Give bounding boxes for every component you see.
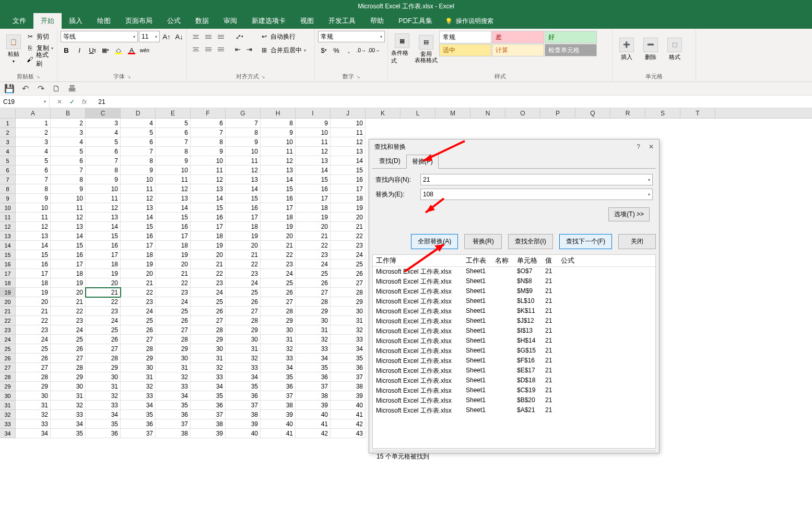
cell[interactable]: 3 <box>86 119 121 128</box>
row-header[interactable]: 15 <box>0 250 16 260</box>
cell[interactable]: 18 <box>226 222 261 231</box>
cell[interactable]: 24 <box>121 307 156 316</box>
paste-button[interactable]: 📋 粘贴 ▾ <box>3 31 24 67</box>
font-size-combo[interactable]: 11▾ <box>139 31 160 42</box>
cell[interactable]: 9 <box>191 147 226 156</box>
result-row[interactable]: Microsoft Excel 工作表.xlsxSheet1$O$721 <box>373 267 655 277</box>
style-计算[interactable]: 计算 <box>492 44 544 56</box>
border-button[interactable]: ▦▾ <box>100 44 111 56</box>
cell[interactable]: 16 <box>51 250 86 260</box>
cell[interactable]: 7 <box>16 175 51 184</box>
col-header-L[interactable]: L <box>401 108 436 118</box>
cell[interactable]: 21 <box>261 241 296 250</box>
cell[interactable]: 31 <box>16 401 51 410</box>
cell[interactable]: 39 <box>226 419 261 429</box>
cell[interactable]: 35 <box>261 372 296 382</box>
cell[interactable]: 12 <box>331 137 366 147</box>
cell[interactable]: 24 <box>191 288 226 297</box>
cell[interactable]: 25 <box>296 269 331 278</box>
cell[interactable]: 22 <box>156 278 191 288</box>
cell[interactable]: 29 <box>296 307 331 316</box>
cell[interactable]: 39 <box>331 391 366 401</box>
cell[interactable]: 8 <box>261 119 296 128</box>
align-launcher[interactable]: ↘ <box>261 74 265 79</box>
dialog-btn-4[interactable]: 关闭 <box>618 234 656 249</box>
cell[interactable]: 27 <box>16 363 51 372</box>
cell[interactable]: 5 <box>156 119 191 128</box>
cell[interactable]: 6 <box>51 156 86 166</box>
cell[interactable]: 26 <box>156 316 191 325</box>
row-header[interactable]: 9 <box>0 194 16 203</box>
bold-button[interactable]: B <box>61 44 72 56</box>
result-row[interactable]: Microsoft Excel 工作表.xlsxSheet1$F$1621 <box>373 356 655 366</box>
cell[interactable]: 32 <box>191 363 226 372</box>
cell[interactable]: 35 <box>296 363 331 372</box>
cell[interactable]: 20 <box>331 213 366 222</box>
cell[interactable]: 29 <box>51 372 86 382</box>
new-file-icon[interactable]: 🗋 <box>51 84 62 94</box>
cell[interactable]: 37 <box>331 372 366 382</box>
cell[interactable]: 18 <box>51 269 86 278</box>
cell[interactable]: 12 <box>51 213 86 222</box>
merge-center-button[interactable]: ⊞合并后居中▾ <box>260 44 306 56</box>
cell[interactable]: 9 <box>261 128 296 137</box>
menu-PDF工具集[interactable]: PDF工具集 <box>391 13 440 29</box>
currency-button[interactable]: $▾ <box>318 44 329 56</box>
cell[interactable]: 9 <box>296 119 331 128</box>
dialog-btn-0[interactable]: 全部替换(A) <box>411 234 458 249</box>
undo-icon[interactable]: ↶ <box>20 84 30 94</box>
cell[interactable]: 8 <box>191 137 226 147</box>
cell[interactable]: 4 <box>86 128 121 137</box>
cell[interactable]: 14 <box>331 156 366 166</box>
number-format-combo[interactable]: 常规▾ <box>318 31 385 42</box>
cell[interactable]: 15 <box>261 184 296 194</box>
cell[interactable]: 21 <box>226 250 261 260</box>
cell[interactable]: 36 <box>296 372 331 382</box>
cell[interactable]: 7 <box>226 119 261 128</box>
cell[interactable]: 16 <box>16 260 51 269</box>
result-row[interactable]: Microsoft Excel 工作表.xlsxSheet1$A$2121 <box>373 406 655 416</box>
cell[interactable]: 34 <box>296 354 331 363</box>
cell[interactable]: 28 <box>261 307 296 316</box>
cell[interactable]: 30 <box>331 307 366 316</box>
result-row[interactable]: Microsoft Excel 工作表.xlsxSheet1$H$1421 <box>373 336 655 346</box>
cell[interactable]: 9 <box>51 184 86 194</box>
menu-插入[interactable]: 插入 <box>62 13 90 29</box>
cell[interactable]: 11 <box>156 175 191 184</box>
cell[interactable]: 6 <box>191 119 226 128</box>
row-header[interactable]: 1 <box>0 119 16 128</box>
align-top-icon[interactable] <box>190 31 202 42</box>
cell[interactable]: 15 <box>191 203 226 213</box>
cell[interactable]: 30 <box>16 391 51 401</box>
align-center-icon[interactable] <box>203 43 214 55</box>
row-header[interactable]: 7 <box>0 175 16 184</box>
cell[interactable]: 7 <box>121 147 156 156</box>
cell[interactable]: 28 <box>16 372 51 382</box>
save-icon[interactable]: 💾 <box>4 84 15 94</box>
dialog-btn-3[interactable]: 查找下一个(F) <box>559 234 612 249</box>
style-检查单元格[interactable]: 检查单元格 <box>545 44 597 56</box>
cell[interactable]: 34 <box>86 410 121 419</box>
cell[interactable]: 31 <box>296 325 331 335</box>
cell[interactable]: 13 <box>86 213 121 222</box>
cell[interactable]: 11 <box>16 213 51 222</box>
cell[interactable]: 19 <box>51 278 86 288</box>
row-header[interactable]: 28 <box>0 372 16 382</box>
cell[interactable]: 34 <box>156 391 191 401</box>
cell[interactable]: 20 <box>16 297 51 307</box>
cell[interactable]: 8 <box>226 128 261 137</box>
cell[interactable]: 18 <box>121 250 156 260</box>
cell[interactable]: 13 <box>16 231 51 241</box>
cell[interactable]: 11 <box>226 156 261 166</box>
cell[interactable]: 30 <box>191 344 226 354</box>
cell[interactable]: 38 <box>331 382 366 391</box>
cell[interactable]: 25 <box>331 260 366 269</box>
cell[interactable]: 13 <box>261 166 296 175</box>
cell[interactable]: 34 <box>261 363 296 372</box>
col-header-S[interactable]: S <box>645 108 680 118</box>
cell[interactable]: 22 <box>191 269 226 278</box>
cell[interactable]: 16 <box>331 175 366 184</box>
cell[interactable]: 13 <box>226 175 261 184</box>
cell-styles-gallery[interactable]: 常规差好适中计算检查单元格 <box>439 31 597 56</box>
row-header[interactable]: 16 <box>0 260 16 269</box>
